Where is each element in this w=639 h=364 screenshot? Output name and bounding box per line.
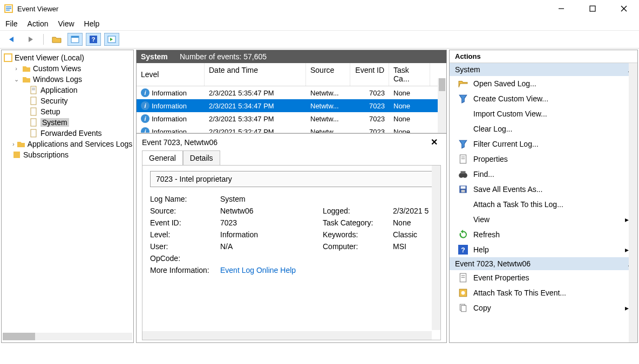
folder-open-icon	[458, 79, 468, 88]
page-icon	[458, 154, 468, 164]
actions-section-event[interactable]: Event 7023, Netwtw06▴	[450, 257, 637, 270]
action-attach-a-task-to-this-log[interactable]: Attach a Task To this Log...	[450, 197, 637, 212]
tree-windows-logs[interactable]: ⌄ Windows Logs	[4, 74, 131, 85]
action-save-all-events-as[interactable]: Save All Events As...	[450, 182, 637, 197]
event-row[interactable]: iInformation2/3/2021 5:33:47 PMNetwtw...…	[137, 112, 446, 125]
detail-title: Event 7023, Netwtw06	[142, 138, 427, 147]
menu-view[interactable]: View	[58, 19, 74, 28]
tab-general[interactable]: General	[142, 150, 183, 165]
menu-action[interactable]: Action	[28, 19, 49, 28]
actions-vscroll[interactable]	[629, 63, 637, 342]
folder-button[interactable]	[49, 33, 64, 46]
task-icon	[458, 288, 468, 298]
col-eventid[interactable]: Event ID	[350, 63, 389, 86]
center-panel: System Number of events: 57,605 Level Da…	[136, 50, 447, 343]
svg-rect-18	[32, 90, 35, 90]
action-create-custom-view[interactable]: Create Custom View...	[450, 91, 637, 106]
svg-rect-41	[461, 306, 466, 312]
info-icon: i	[141, 101, 149, 110]
chevron-right-icon: ▸	[625, 215, 629, 224]
col-source[interactable]: Source	[306, 63, 350, 86]
blank-icon	[458, 124, 468, 134]
action-open-saved-log[interactable]: Open Saved Log...	[450, 76, 637, 91]
svg-rect-4	[6, 10, 10, 11]
svg-rect-25	[461, 157, 465, 157]
svg-point-28	[463, 173, 467, 178]
action-filter-current-log[interactable]: Filter Current Log...	[450, 136, 637, 152]
col-level[interactable]: Level	[137, 63, 205, 86]
window-title: Event Viewer	[17, 5, 550, 13]
help-button[interactable]: ?	[86, 33, 101, 46]
svg-rect-23	[13, 152, 20, 158]
tree-panel: Event Viewer (Local) › Custom Views ⌄ Wi…	[1, 50, 134, 343]
actions-section-system[interactable]: System▴	[450, 63, 637, 76]
chevron-right-icon: ▸	[625, 245, 629, 254]
tree-system[interactable]: System	[4, 117, 131, 128]
minimize-button[interactable]	[550, 1, 572, 16]
save-icon	[458, 184, 468, 194]
svg-rect-32	[461, 190, 465, 193]
tree-apps-services[interactable]: › Applications and Services Logs	[4, 139, 131, 149]
action-import-custom-view[interactable]: Import Custom View...	[450, 106, 637, 121]
blank-icon	[458, 215, 468, 224]
svg-rect-3	[6, 8, 11, 9]
action-find[interactable]: Find...	[450, 167, 637, 182]
action-refresh[interactable]: Refresh	[450, 227, 637, 242]
menubar: File Action View Help	[0, 17, 639, 31]
action-copy[interactable]: Copy▸	[450, 300, 637, 315]
tree-hscroll[interactable]	[3, 333, 132, 340]
app-icon	[4, 4, 13, 13]
tree-application[interactable]: Application	[4, 85, 131, 95]
svg-rect-17	[32, 88, 35, 88]
online-help-link[interactable]: Event Log Online Help	[220, 266, 323, 274]
menu-help[interactable]: Help	[84, 19, 100, 28]
chevron-right-icon: ▸	[625, 304, 629, 312]
maximize-button[interactable]	[582, 1, 603, 16]
events-header: System Number of events: 57,605	[137, 50, 446, 63]
action-view[interactable]: View▸	[450, 212, 637, 227]
col-date[interactable]: Date and Time	[205, 63, 306, 86]
actions-panel: Actions System▴ Open Saved Log...Create …	[449, 50, 638, 343]
tab-details[interactable]: Details	[183, 150, 220, 165]
detail-close-button[interactable]: ✕	[427, 137, 441, 147]
tree-subscriptions[interactable]: Subscriptions	[4, 149, 131, 160]
event-row[interactable]: iInformation2/3/2021 5:34:47 PMNetwtw...…	[137, 99, 446, 112]
tree-root[interactable]: Event Viewer (Local)	[4, 52, 131, 63]
tree-forwarded[interactable]: Forwarded Events	[4, 128, 131, 139]
col-taskcat[interactable]: Task Ca...	[389, 63, 430, 86]
help-icon: ?	[458, 245, 468, 255]
svg-rect-22	[31, 129, 36, 137]
detail-vscroll[interactable]	[432, 166, 440, 330]
svg-point-39	[461, 291, 465, 295]
event-description: 7023 - Intel proprietary	[150, 171, 433, 187]
tree-setup[interactable]: Setup	[4, 106, 131, 117]
tree-security[interactable]: Security	[4, 95, 131, 106]
log-view-button[interactable]	[104, 33, 119, 46]
svg-text:?: ?	[461, 246, 465, 254]
action-attach-task-to-this-event[interactable]: Attach Task To This Event...	[450, 285, 637, 300]
action-event-properties[interactable]: Event Properties	[450, 270, 637, 285]
svg-rect-21	[31, 119, 36, 126]
svg-rect-31	[461, 186, 466, 189]
event-row[interactable]: iInformation2/3/2021 5:32:47 PMNetwtw...…	[137, 125, 446, 133]
properties-button[interactable]	[67, 33, 83, 46]
refresh-icon	[458, 230, 468, 239]
grid-vscroll[interactable]	[438, 78, 446, 133]
menu-file[interactable]: File	[5, 19, 18, 28]
event-row[interactable]: iInformation2/3/2021 5:35:47 PMNetwtw...…	[137, 86, 446, 99]
svg-rect-26	[461, 159, 465, 159]
forward-button[interactable]	[23, 33, 38, 46]
svg-rect-2	[6, 6, 11, 8]
svg-rect-6	[590, 6, 595, 11]
action-properties[interactable]: Properties	[450, 152, 637, 167]
action-clear-log[interactable]: Clear Log...	[450, 121, 637, 136]
binoculars-icon	[458, 169, 468, 179]
detail-hscroll[interactable]	[142, 331, 432, 340]
tree-custom-views[interactable]: › Custom Views	[4, 63, 131, 74]
svg-rect-15	[5, 54, 11, 61]
close-button[interactable]	[613, 1, 635, 16]
copy-icon	[458, 303, 468, 313]
grid-header: Level Date and Time Source Event ID Task…	[137, 63, 446, 86]
back-button[interactable]	[4, 33, 19, 46]
action-help[interactable]: ?Help▸	[450, 242, 637, 257]
